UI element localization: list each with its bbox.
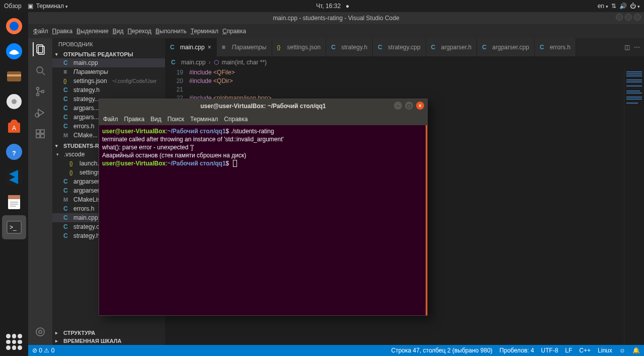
c-icon: C	[63, 232, 70, 239]
close-icon[interactable]: ×	[208, 44, 211, 51]
editor-tab[interactable]: Cstrategy.cpp	[373, 38, 426, 56]
status-eol[interactable]: LF	[565, 347, 572, 354]
c-icon: C	[431, 44, 438, 51]
minimap[interactable]	[624, 68, 644, 345]
menu-item[interactable]: Правка	[52, 28, 73, 35]
vsc-maximize[interactable]	[625, 14, 632, 21]
json-icon	[277, 44, 284, 51]
volume-icon[interactable]: 🔊	[619, 3, 627, 10]
editor-tab[interactable]: Cmain.cpp×	[165, 38, 217, 56]
c-icon: C	[63, 178, 70, 185]
status-cursor[interactable]: Строка 47, столбец 2 (выбрано 980)	[391, 347, 493, 354]
editor-tab[interactable]: Cstrategy.h	[326, 38, 373, 56]
vscode-menubar[interactable]: ФайлПравкаВыделениеВидПереходВыполнитьТе…	[28, 24, 644, 38]
c-icon: C	[378, 44, 385, 51]
vsc-close[interactable]	[634, 14, 641, 21]
breadcrumb[interactable]: C main.cpp › ⬡ main(int, char **)	[165, 56, 644, 68]
svg-rect-11	[6, 169, 22, 185]
open-editor-item[interactable]: Параметры	[52, 67, 165, 76]
terminal-menu-item[interactable]: Правка	[124, 116, 145, 123]
menu-item[interactable]: Файл	[33, 28, 48, 35]
dock-thunderbird[interactable]	[2, 39, 26, 63]
activity-explorer[interactable]	[33, 42, 47, 56]
timeline-header[interactable]: ВРЕМЕННАЯ ШКАЛА	[52, 337, 165, 345]
status-feedback-icon[interactable]: ☺	[619, 347, 625, 354]
status-bell-icon[interactable]: 🔔	[632, 347, 640, 354]
terminal-menu-item[interactable]: Справка	[224, 116, 248, 123]
menu-item[interactable]: Переход	[127, 28, 151, 35]
open-editor-item[interactable]: Cstrategy.h	[52, 85, 165, 95]
outline-header[interactable]: СТРУКТУРА	[52, 329, 165, 337]
menu-item[interactable]: Выполнить	[155, 28, 187, 35]
c-icon: C	[331, 44, 338, 51]
terminal-menu-item[interactable]: Поиск	[168, 116, 184, 123]
terminal-menu-item[interactable]: Терминал	[190, 116, 218, 123]
json-icon	[69, 169, 76, 176]
activity-search[interactable]	[33, 63, 47, 77]
activity-settings[interactable]	[33, 325, 47, 339]
vsc-minimize[interactable]	[616, 14, 623, 21]
activity-debug[interactable]	[33, 106, 47, 120]
svg-rect-29	[41, 130, 44, 133]
c-icon: C	[63, 214, 70, 221]
status-language[interactable]: C++	[579, 347, 591, 354]
os-top-bar: Обзор ▣ Терминал Чт, 16:32● en ⇅ 🔊 ⏻	[0, 0, 644, 12]
editor-tab[interactable]: Cargparser.cpp	[477, 38, 534, 56]
activity-extensions[interactable]	[33, 127, 47, 141]
power-icon[interactable]: ⏻	[630, 3, 640, 10]
svg-point-6	[12, 99, 17, 104]
c-icon: C	[63, 86, 70, 94]
editor-tab[interactable]: settings.json	[272, 38, 327, 56]
dock-rhythmbox[interactable]	[2, 90, 26, 114]
status-indent[interactable]: Пробелов: 4	[500, 347, 534, 354]
status-os[interactable]: Linux	[598, 347, 612, 354]
editor-tab[interactable]: Параметры	[217, 38, 272, 56]
c-icon: C	[171, 59, 178, 66]
open-editor-item[interactable]: settings.json~/.config/Code/User	[52, 76, 165, 85]
cmake-icon	[63, 132, 70, 139]
svg-rect-4	[7, 74, 21, 76]
terminal-menubar[interactable]: ФайлПравкаВидПоискТерминалСправка	[99, 113, 427, 125]
menu-item[interactable]: Вид	[113, 28, 124, 35]
editor-tab[interactable]: Cargparser.h	[426, 38, 477, 56]
dock-firefox[interactable]	[2, 14, 26, 38]
split-editor-icon[interactable]: ◫	[624, 44, 630, 51]
status-errors[interactable]: ⊘ 0 ⚠ 0	[32, 347, 54, 354]
terminal-body[interactable]: user@user-VirtualBox:~/Рабочий стол/qq1$…	[99, 125, 427, 315]
dock-terminal[interactable]: >_	[2, 215, 26, 239]
dock-help[interactable]: ?	[2, 140, 26, 164]
open-editor-item[interactable]: Cmain.cpp	[52, 58, 165, 67]
c-icon: C	[63, 205, 70, 212]
active-app-menu[interactable]: ▣ Терминал	[28, 3, 68, 10]
activity-bar	[28, 38, 52, 345]
dock-vscode[interactable]	[2, 165, 26, 189]
status-encoding[interactable]: UTF-8	[541, 347, 558, 354]
c-icon: C	[63, 123, 70, 130]
dock-software[interactable]: A	[2, 115, 26, 139]
menu-item[interactable]: Выделение	[76, 28, 109, 35]
keyboard-layout[interactable]: en	[598, 3, 608, 10]
clock[interactable]: Чт, 16:32●	[316, 3, 349, 10]
svg-text:A: A	[12, 125, 16, 132]
more-icon[interactable]: ⋯	[634, 44, 640, 51]
editor-tab[interactable]: Cerrors.h	[535, 38, 576, 56]
dock-text-editor[interactable]	[2, 190, 26, 214]
crumb-symbol[interactable]: main(int, char **)	[222, 59, 267, 66]
terminal-menu-item[interactable]: Файл	[103, 116, 118, 123]
crumb-file[interactable]: main.cpp	[181, 59, 206, 66]
show-applications[interactable]	[0, 334, 28, 350]
terminal-titlebar[interactable]: user@user-VirtualBox: ~/Рабочий стол/qq1…	[99, 99, 427, 113]
terminal-close[interactable]: ×	[416, 102, 424, 110]
network-icon[interactable]: ⇅	[611, 3, 616, 10]
activities-button[interactable]: Обзор	[4, 3, 22, 10]
terminal-minimize[interactable]: –	[394, 102, 402, 110]
terminal-maximize[interactable]: ◻	[405, 102, 413, 110]
menu-item[interactable]: Терминал	[191, 28, 218, 35]
menu-item[interactable]: Справка	[222, 28, 246, 35]
activity-scm[interactable]	[33, 84, 47, 99]
dock-files[interactable]	[2, 64, 26, 88]
terminal-menu-item[interactable]: Вид	[150, 116, 162, 123]
gnome-terminal-window[interactable]: user@user-VirtualBox: ~/Рабочий стол/qq1…	[99, 99, 428, 316]
open-editors-header[interactable]: ОТКРЫТЫЕ РЕДАКТОРЫ	[52, 50, 165, 58]
settings-icon	[63, 68, 70, 75]
